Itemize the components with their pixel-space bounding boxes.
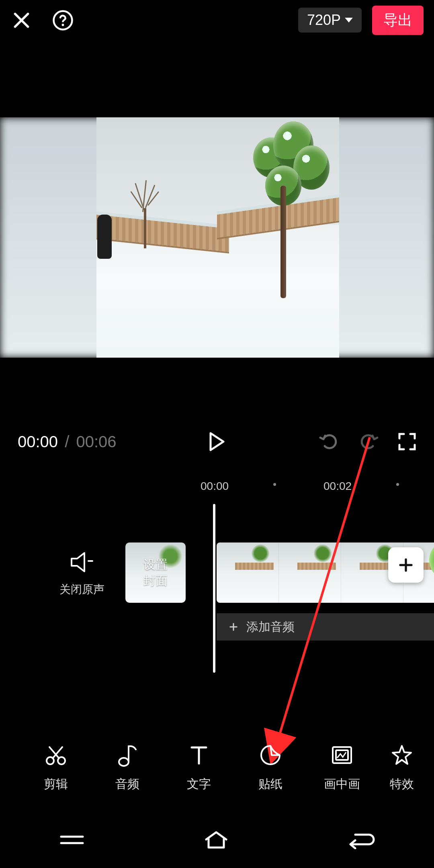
nav-back-button[interactable] <box>347 831 375 849</box>
clip-frame <box>217 542 279 603</box>
clip-frame <box>279 542 341 603</box>
playhead[interactable] <box>213 504 215 673</box>
nav-menu-button[interactable] <box>59 832 85 848</box>
help-icon <box>52 9 74 31</box>
add-audio-label: 添加音频 <box>246 619 295 635</box>
top-right-group: 720P 导出 <box>298 6 424 35</box>
close-icon <box>10 9 33 31</box>
tool-edit[interactable]: 剪辑 <box>20 743 92 792</box>
export-button[interactable]: 导出 <box>372 6 424 35</box>
add-clip-button[interactable] <box>388 547 424 583</box>
redo-icon <box>358 433 379 450</box>
help-button[interactable] <box>52 9 74 31</box>
ruler-dot <box>273 483 276 486</box>
sticker-icon <box>260 744 281 766</box>
tool-label: 画中画 <box>324 776 360 792</box>
tool-label: 剪辑 <box>44 776 68 792</box>
svg-point-1 <box>62 23 64 26</box>
time-separator: / <box>65 433 69 450</box>
fullscreen-icon <box>398 432 416 451</box>
text-icon <box>189 744 209 766</box>
plus-icon <box>228 621 239 633</box>
close-button[interactable] <box>10 9 33 31</box>
tool-label: 贴纸 <box>258 776 283 792</box>
pip-icon <box>331 745 353 765</box>
fullscreen-button[interactable] <box>398 432 416 451</box>
cover-label: 设置 封面 <box>143 557 168 589</box>
chevron-down-icon <box>345 18 353 23</box>
tool-label: 文字 <box>187 776 211 792</box>
tool-audio[interactable]: 音频 <box>92 743 163 792</box>
current-time: 00:00 <box>18 433 58 450</box>
set-cover-button[interactable]: 设置 封面 <box>125 542 186 603</box>
home-icon <box>202 830 230 850</box>
ruler-dot <box>396 483 399 486</box>
redo-button[interactable] <box>358 433 379 450</box>
star-icon <box>392 744 412 766</box>
top-left-group <box>10 9 74 31</box>
system-nav-bar <box>0 812 434 868</box>
playback-controls: 00:00 / 00:06 <box>0 432 434 451</box>
menu-icon <box>59 832 85 848</box>
preview-frame <box>96 117 339 358</box>
undo-icon <box>319 433 339 450</box>
timeline[interactable]: 关闭原声 设置 封面 添加音频 <box>0 504 434 677</box>
tool-label: 音频 <box>115 776 139 792</box>
add-audio-button[interactable]: 添加音频 <box>217 613 434 641</box>
tool-text[interactable]: 文字 <box>163 743 235 792</box>
music-note-icon <box>117 743 137 767</box>
tool-label: 特效 <box>390 776 414 792</box>
video-preview[interactable] <box>0 117 434 358</box>
tool-sticker[interactable]: 贴纸 <box>235 743 306 792</box>
resolution-button[interactable]: 720P <box>298 8 362 33</box>
speaker-icon <box>69 551 95 573</box>
resolution-label: 720P <box>307 12 341 29</box>
mute-label: 关闭原声 <box>59 582 104 597</box>
play-button[interactable] <box>208 432 226 452</box>
plus-icon <box>397 557 414 573</box>
tool-pip[interactable]: 画中画 <box>306 743 378 792</box>
timeline-ruler[interactable]: 00:00 00:02 <box>0 474 434 498</box>
back-icon <box>347 831 375 849</box>
undo-button[interactable] <box>319 433 339 450</box>
ruler-tick: 00:02 <box>323 480 352 493</box>
control-right-group <box>319 432 416 451</box>
ruler-tick: 00:00 <box>201 480 229 493</box>
play-icon <box>208 432 226 452</box>
scissors-icon <box>45 744 67 766</box>
timecode: 00:00 / 00:06 <box>18 433 117 451</box>
total-time: 00:06 <box>76 433 116 450</box>
tool-effect[interactable]: 特效 <box>378 743 426 792</box>
mute-original-button[interactable]: 关闭原声 <box>59 551 104 597</box>
nav-home-button[interactable] <box>202 830 230 850</box>
svg-point-6 <box>119 758 129 766</box>
svg-rect-2 <box>88 560 93 562</box>
top-bar: 720P 导出 <box>0 0 434 40</box>
bottom-toolbar: 剪辑 音频 文字 贴纸 画中画 特效 <box>0 727 434 808</box>
export-label: 导出 <box>383 12 412 28</box>
